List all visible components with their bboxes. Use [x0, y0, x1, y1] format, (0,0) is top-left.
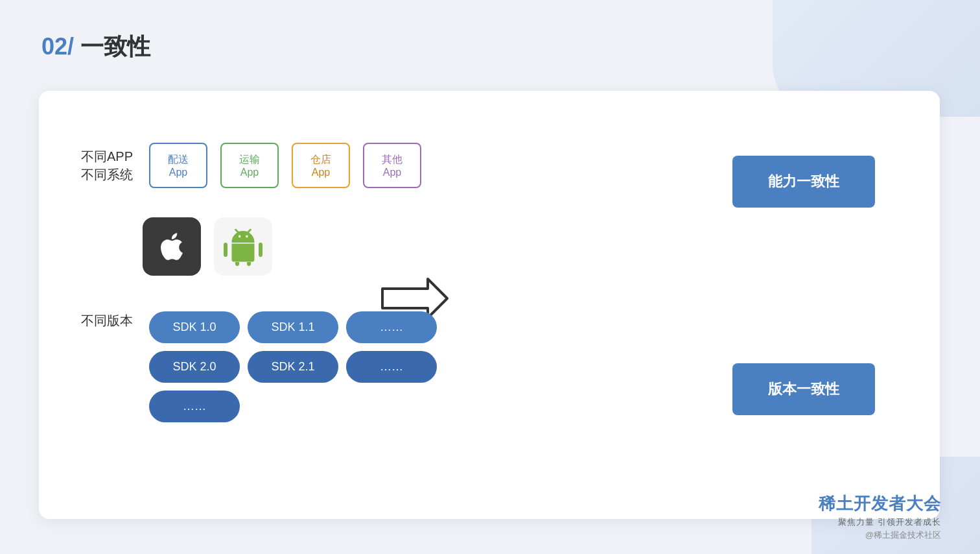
apple-logo-icon [156, 230, 188, 263]
page-title: 02/ 一致性 [41, 31, 150, 63]
version-consistency-box: 版本一致性 [732, 363, 875, 415]
app-box-delivery: 配送 App [149, 143, 207, 188]
sdk-btn-more: …… [149, 391, 240, 422]
sdk-btn-1-0: SDK 1.0 [149, 311, 240, 343]
sdk-row-2: SDK 2.0 SDK 2.1 …… [149, 351, 437, 383]
sdk-section: 不同版本 SDK 1.0 SDK 1.1 …… SDK 2.0 SDK 2.1 … [78, 311, 437, 422]
title-text: 一致性 [74, 33, 150, 60]
sdk-btn-2-1: SDK 2.1 [248, 351, 338, 383]
sdk-btn-1-1: SDK 1.1 [248, 311, 338, 343]
sdk-row-3: …… [149, 391, 437, 422]
main-card: 不同APP 不同系统 配送 App 运输 App 仓店 App 其他 App [39, 91, 940, 519]
app-box-transport: 运输 App [220, 143, 279, 188]
watermark: 稀土开发者大会 聚焦力量 引领开发者成长 @稀土掘金技术社区 [819, 492, 941, 541]
sdk-btn-1-more: …… [346, 311, 437, 343]
version-section-label: 不同版本 [78, 311, 136, 330]
capability-consistency-box: 能力一致性 [732, 156, 875, 208]
sdk-row-1: SDK 1.0 SDK 1.1 …… [149, 311, 437, 343]
apple-platform-icon [143, 217, 201, 276]
platform-row [143, 217, 272, 276]
sdk-btn-2-0: SDK 2.0 [149, 351, 240, 383]
app-box-store: 仓店 App [292, 143, 350, 188]
sdk-grid: SDK 1.0 SDK 1.1 …… SDK 2.0 SDK 2.1 …… …… [149, 311, 437, 422]
watermark-handle: @稀土掘金技术社区 [819, 529, 941, 541]
app-row: 不同APP 不同系统 配送 App 运输 App 仓店 App 其他 App [78, 143, 421, 188]
sdk-btn-2-more: …… [346, 351, 437, 383]
watermark-title: 稀土开发者大会 [819, 492, 941, 515]
android-platform-icon [214, 217, 272, 276]
title-number: 02/ [41, 33, 74, 60]
watermark-subtitle: 聚焦力量 引领开发者成长 [819, 516, 941, 528]
app-box-other: 其他 App [363, 143, 421, 188]
android-logo-icon [224, 227, 262, 266]
app-section-label: 不同APP 不同系统 [78, 147, 136, 184]
